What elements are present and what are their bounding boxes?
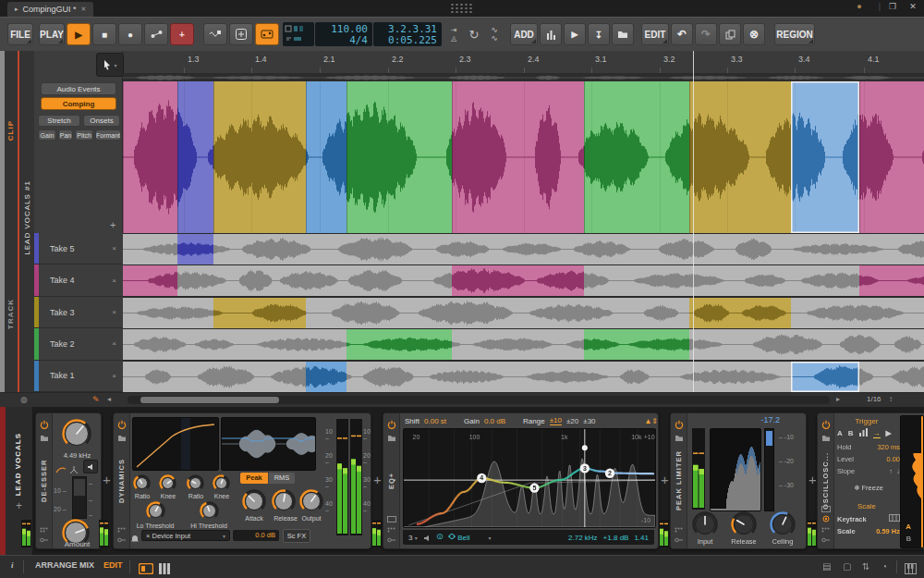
fade-buttons[interactable]: ∿∿ [486, 23, 503, 45]
take-lane[interactable] [123, 328, 924, 360]
piano-panel-icon[interactable] [905, 561, 917, 578]
file-menu-button[interactable]: FILE [7, 23, 33, 45]
range-20-button[interactable]: ±20 [566, 417, 578, 425]
ceiling-knob[interactable] [770, 511, 796, 537]
onsets-button[interactable]: Onsets [83, 115, 120, 127]
gain-button[interactable]: Gain [38, 129, 56, 141]
insert-device-button[interactable]: + [103, 472, 111, 487]
formant-button[interactable]: Formant [95, 129, 121, 141]
trigger-free-button[interactable]: → [873, 429, 881, 438]
gain-history-display[interactable] [221, 417, 316, 471]
eq-curve-display[interactable] [403, 428, 656, 528]
browser-button[interactable] [612, 23, 634, 45]
lo-knee-knob[interactable] [159, 474, 176, 492]
range-30-button[interactable]: ±30 [583, 417, 595, 425]
playhead[interactable] [693, 51, 694, 392]
insert-device-button[interactable]: + [661, 472, 669, 487]
mapping-key-icon[interactable] [116, 530, 127, 547]
io-panel-icon[interactable]: ⇅ [862, 561, 869, 572]
overdub-button[interactable] [144, 23, 168, 45]
scale-value[interactable]: 0.59 Hz [876, 527, 900, 535]
channel-b-label[interactable]: B [906, 535, 911, 543]
add-clip-button[interactable] [229, 23, 253, 45]
mixer-panel-toggle[interactable] [159, 561, 170, 578]
stretch-button[interactable]: Stretch [38, 115, 80, 127]
adaptive-q-icon[interactable]: ▲⇕ [644, 417, 658, 425]
comp-waveform-region[interactable] [123, 81, 924, 233]
position-display[interactable]: 3.2.3.31 0:05.225 [373, 22, 442, 46]
output-knob[interactable] [299, 489, 323, 513]
trigger-play-button[interactable]: ▶ [886, 429, 892, 437]
sidechain-gain-field[interactable]: 0.0 dB [233, 530, 279, 541]
grid-resolution-stepper[interactable]: ↕ [889, 395, 893, 403]
h-scrollbar-thumb[interactable] [140, 397, 279, 403]
device-dynamics[interactable]: DYNAMICS Ratio Knee Lo Threshold Ratio K… [113, 412, 371, 549]
mapping-key-icon[interactable] [386, 530, 396, 547]
comping-button[interactable]: Comping [41, 97, 116, 110]
trigger-b-button[interactable]: B [848, 429, 854, 437]
take-delete-icon[interactable]: × [112, 244, 116, 252]
redo-button[interactable]: ↷ [695, 23, 717, 45]
scroll-right-icon[interactable]: ▸ [836, 395, 840, 403]
threshold-slider[interactable] [72, 476, 87, 519]
delete-button[interactable]: ⊗ [743, 23, 765, 45]
mapping-key-icon[interactable] [39, 530, 49, 547]
hold-value[interactable]: 320 ms [877, 443, 900, 451]
device-track-header[interactable]: LEAD VOCALS + [6, 407, 33, 555]
take-lane[interactable] [123, 297, 924, 328]
region-button[interactable]: REGION [774, 23, 815, 45]
gain-value[interactable]: 0.0 dB [484, 417, 505, 425]
time-value[interactable]: 0:05.225 [388, 34, 437, 46]
insert-device-start-button[interactable]: + [16, 499, 22, 512]
globe-icon[interactable]: ◍ [20, 395, 28, 404]
edit-mode-wave-button[interactable] [203, 23, 227, 45]
keytrack-piano-icon[interactable] [889, 514, 900, 523]
take-delete-icon[interactable]: × [112, 339, 116, 348]
transport-toggles[interactable] [283, 22, 314, 46]
comping-mode-button[interactable] [255, 23, 279, 45]
take-row-header[interactable]: Take 4× [34, 264, 123, 296]
lo-ratio-knob[interactable] [133, 474, 151, 492]
play-button[interactable]: ▶ [67, 23, 91, 45]
record-button[interactable]: ● [118, 23, 142, 45]
punch-buttons[interactable]: ⇥◬ [445, 23, 462, 45]
band-type[interactable]: Bell [448, 533, 470, 542]
browser-panel-icon[interactable]: ▤ [822, 561, 831, 572]
frequency-value[interactable]: 4.49 kHz [52, 451, 103, 460]
timeline-ruler[interactable]: 1.31.42.12.22.32.43.13.23.33.44.1 [123, 51, 924, 74]
undo-button[interactable]: ↶ [671, 23, 693, 45]
mapping-key-icon[interactable] [674, 530, 684, 547]
window-restore-icon[interactable]: ❐ [885, 2, 900, 11]
mapping-panel-icon[interactable]: ◔ [881, 561, 887, 572]
hi-ratio-knob[interactable] [187, 474, 204, 492]
peak-mode-button[interactable]: Peak [240, 473, 268, 484]
curve-mode-icon[interactable] [55, 461, 67, 478]
take-row-header[interactable]: Take 3× [34, 297, 123, 328]
band-caret-icon[interactable]: ▾ [489, 535, 492, 541]
band-solo-icon[interactable] [423, 529, 432, 546]
project-tab[interactable]: ▸ CompingGUI * ✕ [7, 2, 93, 17]
take-row-header[interactable]: Take 2× [34, 328, 123, 360]
threshold-slider-thumb[interactable] [74, 479, 85, 496]
band-gain-value[interactable]: +1.8 dB [603, 534, 629, 542]
arrange-view-button[interactable]: ARRANGE [35, 560, 78, 570]
record-takes-button[interactable]: + [170, 23, 194, 45]
insert-device-button[interactable]: + [373, 472, 382, 487]
band-select[interactable]: 3 ▾ [408, 534, 418, 542]
pan-button[interactable]: Pan [58, 129, 73, 141]
grid-resolution-value[interactable]: 1/16 [867, 395, 881, 403]
take-lane[interactable] [123, 233, 924, 264]
insert-device-button[interactable]: + [808, 472, 817, 487]
range-10-button[interactable]: ±10 [550, 416, 562, 425]
sidechain-source-dropdown[interactable]: × Device Input ▾ [141, 530, 230, 541]
project-tab-close-icon[interactable]: ✕ [81, 6, 87, 13]
edit-pencil-icon[interactable]: ✎ [92, 395, 100, 404]
take-delete-icon[interactable]: × [112, 308, 116, 316]
audio-events-button[interactable]: Audio Events [41, 82, 116, 95]
add-effect-button[interactable]: ↧ [588, 23, 610, 45]
stop-button[interactable]: ■ [92, 23, 116, 45]
loop-button[interactable]: ↻ [464, 23, 484, 45]
take-lane[interactable] [123, 361, 924, 392]
take-row-header[interactable]: Take 1× [34, 361, 123, 392]
take-delete-icon[interactable]: × [112, 277, 116, 285]
